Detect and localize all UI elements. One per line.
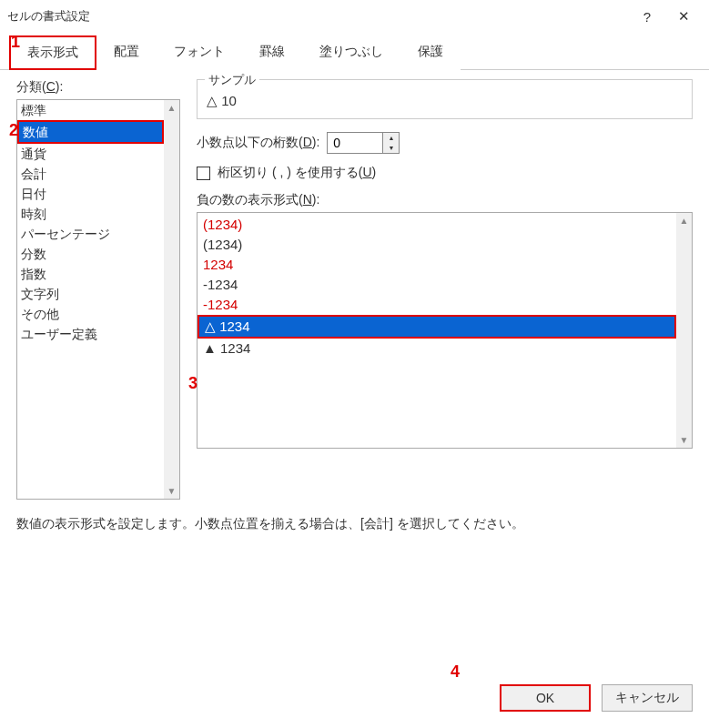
- titlebar: セルの書式設定 ? ✕: [0, 0, 709, 31]
- category-item-percentage[interactable]: パーセンテージ: [17, 224, 164, 244]
- decimal-spinner[interactable]: ▲ ▼: [327, 132, 400, 154]
- help-text: 数値の表示形式を設定します。小数点位置を揃える場合は、[会計] を選択してくださ…: [0, 500, 709, 532]
- category-item-accounting[interactable]: 会計: [17, 164, 164, 184]
- scroll-track[interactable]: [164, 116, 179, 483]
- scroll-up-icon[interactable]: ▲: [164, 100, 179, 116]
- sample-legend: サンプル: [205, 72, 259, 88]
- scroll-up-icon[interactable]: ▲: [676, 213, 692, 228]
- thousands-row: 桁区切り ( , ) を使用する(U): [197, 165, 693, 181]
- sample-fieldset: サンプル △ 10: [197, 79, 693, 119]
- ok-button[interactable]: OK: [500, 684, 591, 712]
- annotation-2: 2: [9, 121, 18, 140]
- category-label: 分類(C):: [16, 79, 180, 96]
- category-scrollbar[interactable]: ▲ ▼: [164, 100, 179, 499]
- category-item-scientific[interactable]: 指数: [17, 264, 164, 284]
- category-item-date[interactable]: 日付: [17, 184, 164, 204]
- cancel-button[interactable]: キャンセル: [602, 684, 693, 712]
- tab-number-format[interactable]: 表示形式: [9, 35, 96, 70]
- help-button[interactable]: ?: [629, 4, 665, 29]
- category-item-other[interactable]: その他: [17, 304, 164, 324]
- footer: OK キャンセル: [500, 684, 693, 712]
- decimal-row: 小数点以下の桁数(D): ▲ ▼: [197, 132, 693, 154]
- decimal-input[interactable]: [328, 133, 382, 153]
- negative-format-list[interactable]: (1234) (1234) 1234 -1234 -1234 △ 1234 ▲ …: [197, 212, 693, 449]
- tab-fill[interactable]: 塗りつぶし: [302, 35, 400, 70]
- spinner-down-icon[interactable]: ▼: [383, 143, 399, 153]
- tab-border[interactable]: 罫線: [242, 35, 302, 70]
- sample-value: △ 10: [207, 93, 683, 109]
- negative-item-1[interactable]: (1234): [198, 235, 676, 255]
- tab-font[interactable]: フォント: [157, 35, 242, 70]
- thousands-checkbox[interactable]: [197, 167, 210, 180]
- negative-scrollbar[interactable]: ▲ ▼: [676, 213, 692, 448]
- annotation-4: 4: [451, 662, 460, 682]
- negative-item-2[interactable]: 1234: [198, 255, 676, 275]
- category-item-text[interactable]: 文字列: [17, 284, 164, 304]
- category-item-number[interactable]: 数値: [17, 120, 164, 144]
- annotation-1: 1: [11, 33, 20, 52]
- negative-item-0[interactable]: (1234): [198, 215, 676, 235]
- tab-protection[interactable]: 保護: [400, 35, 461, 70]
- category-item-standard[interactable]: 標準: [17, 100, 164, 120]
- category-item-time[interactable]: 時刻: [17, 204, 164, 224]
- spinner-up-icon[interactable]: ▲: [383, 133, 399, 143]
- annotation-3: 3: [188, 374, 198, 393]
- category-list[interactable]: 標準 数値 通貨 会計 日付 時刻 パーセンテージ 分数 指数 文字列 その他 …: [16, 99, 180, 500]
- thousands-label: 桁区切り ( , ) を使用する(U): [218, 165, 376, 181]
- tab-bar: 表示形式 配置 フォント 罫線 塗りつぶし 保護: [0, 35, 709, 70]
- close-button[interactable]: ✕: [665, 4, 702, 29]
- negative-item-5[interactable]: △ 1234: [198, 315, 676, 339]
- negative-label: 負の数の表示形式(N):: [197, 192, 693, 208]
- category-item-fraction[interactable]: 分数: [17, 244, 164, 264]
- category-item-currency[interactable]: 通貨: [17, 144, 164, 164]
- tab-alignment[interactable]: 配置: [96, 35, 157, 70]
- scroll-down-icon[interactable]: ▼: [676, 432, 692, 448]
- scroll-down-icon[interactable]: ▼: [164, 483, 179, 499]
- negative-item-3[interactable]: -1234: [198, 275, 676, 295]
- window-title: セルの書式設定: [7, 8, 629, 25]
- negative-item-6[interactable]: ▲ 1234: [198, 339, 676, 359]
- scroll-track[interactable]: [676, 228, 692, 432]
- decimal-label: 小数点以下の桁数(D):: [197, 135, 319, 151]
- category-item-custom[interactable]: ユーザー定義: [17, 324, 164, 344]
- negative-item-4[interactable]: -1234: [198, 295, 676, 315]
